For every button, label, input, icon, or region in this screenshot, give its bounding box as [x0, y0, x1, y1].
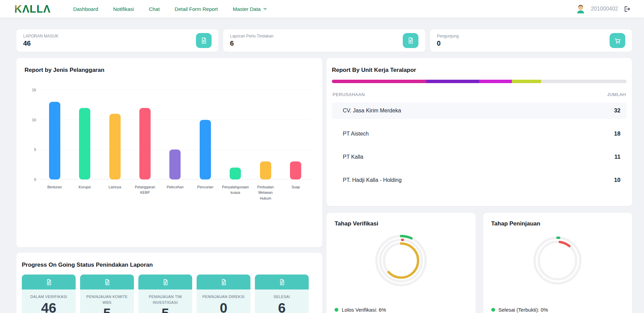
col-jumlah: JUMLAH — [607, 92, 626, 97]
progress-card-header — [255, 275, 309, 289]
y-tick-label: 10 — [26, 118, 36, 122]
y-tick-label: 5 — [26, 147, 36, 152]
company-count: 10 — [614, 177, 620, 184]
bars-row — [40, 90, 311, 179]
document-icon — [403, 33, 418, 48]
stat-value: 0 — [437, 40, 459, 47]
progress-card-label: PENINJAUAN TIM INVESTIGASI — [141, 294, 189, 305]
donut-chart — [372, 231, 430, 290]
nav-notifikasi[interactable]: Notifikasi — [113, 6, 134, 12]
category-label: Korupsi — [70, 184, 99, 201]
stat-label: LAPORAN MASUK — [23, 34, 58, 38]
category-label: Perbuatan Melawan Hukum — [250, 184, 280, 201]
kalla-logo[interactable]: KΛLLΛ — [14, 4, 51, 14]
bar-column — [190, 120, 220, 179]
report-jenis-pelanggaran-card: Report by Jenis Pelanggaran 051015 Bentu… — [16, 58, 322, 247]
bar — [290, 161, 301, 179]
progress-card-body: PENINJAUAN DIREKSI0 — [197, 289, 250, 313]
company-name: PT. Hadji Kalla - Holding — [343, 177, 402, 183]
progress-card-item: SELESAI6 — [255, 275, 309, 313]
bar — [139, 108, 151, 179]
document-icon — [104, 279, 111, 286]
table-row: PT Kalla11 — [332, 149, 627, 165]
bar-column — [100, 114, 130, 179]
logout-icon[interactable] — [623, 5, 630, 13]
category-label: Pelecehan — [160, 184, 190, 201]
col-perusahaan: PERUSAHAAN — [333, 92, 365, 97]
table-row: CV. Jasa Kirim Merdeka32 — [332, 103, 627, 119]
progress-card-value: 0 — [199, 300, 248, 313]
nav-detail-form-report[interactable]: Detail Form Report — [175, 6, 218, 12]
logo-rest: ΛLLΛ — [22, 3, 50, 15]
category-label: Penyalahgunaan kuasa — [220, 184, 250, 201]
legend-item: Selesai (Terbukti): 0% — [491, 307, 624, 313]
nav-chat[interactable]: Chat — [149, 6, 160, 12]
bar — [260, 161, 271, 179]
progress-card-label: DALAM VERIFIKASI — [25, 294, 73, 300]
donut-chart — [528, 231, 587, 290]
stacked-bar-segment — [512, 80, 541, 83]
company-name: PT Aistech — [343, 131, 369, 137]
report-unit-kerja-card: Report By Unit Kerja Teralapor PERUSAHAA… — [326, 58, 632, 206]
progress-cards: DALAM VERIFIKASI46PENINJAUAN KOMITE WBS5… — [22, 275, 317, 313]
progress-card-body: PENINJAUAN TIM INVESTIGASI5 — [138, 289, 192, 313]
user-id: 201000402 — [591, 6, 618, 12]
bar-chart-plot: 051015 — [40, 90, 311, 179]
category-label: Benturan — [40, 184, 70, 201]
progress-card-label: PENINJAUAN KOMITE WBS — [83, 294, 131, 305]
cart-icon — [610, 33, 625, 48]
progress-card-header — [197, 275, 250, 289]
company-count: 11 — [614, 154, 620, 160]
progress-card-header — [138, 275, 192, 289]
document-icon — [220, 279, 227, 286]
legend-label: Selesai (Terbukti): 0% — [499, 307, 548, 313]
progress-card-item: PENINJAUAN KOMITE WBS5 — [80, 275, 134, 313]
bar-column — [160, 150, 190, 179]
stat-value: 46 — [23, 40, 58, 47]
y-tick-label: 0 — [26, 177, 36, 182]
stacked-bar-segment — [479, 80, 511, 83]
company-name: PT Kalla — [343, 154, 363, 160]
bar — [169, 150, 181, 179]
progress-card-body: PENINJAUAN KOMITE WBS5 — [80, 289, 134, 313]
bar — [230, 168, 241, 179]
progress-card-item: DALAM VERIFIKASI46 — [22, 275, 76, 313]
nav-dashboard[interactable]: Dashboard — [73, 6, 98, 12]
logo-letter-k: K — [14, 3, 22, 15]
company-count: 32 — [614, 107, 620, 114]
bar-column — [130, 108, 160, 179]
table-row: PT. Hadji Kalla - Holding10 — [332, 172, 627, 188]
stat-cards-row: LAPORAN MASUK 46 Laporan Perlu Tindakan … — [16, 29, 632, 52]
stacked-bar-segment — [426, 80, 479, 83]
table-header: PERUSAHAAN JUMLAH — [333, 92, 626, 97]
legend-item: Lolos Verifikasi: 6% — [335, 307, 467, 313]
document-icon — [162, 279, 169, 286]
stat-card-laporan-perlu-tindakan: Laporan Perlu Tindakan 6 — [223, 29, 425, 52]
chart-title: Report by Jenis Pelanggaran — [25, 67, 314, 74]
legend-dot — [491, 308, 495, 312]
stat-card-laporan-masuk: LAPORAN MASUK 46 — [16, 29, 218, 52]
legend-dot — [335, 308, 338, 312]
table-row: PT Aistech18 — [332, 126, 627, 142]
stat-value: 6 — [230, 40, 273, 47]
nav-master-data[interactable]: Master Data — [233, 6, 267, 12]
donut-title: Tahap Peninjauan — [491, 220, 624, 227]
avatar[interactable] — [576, 4, 586, 14]
donut-legend: Lolos Verifikasi: 6% — [335, 307, 467, 313]
bar-column — [70, 108, 99, 179]
document-icon — [278, 279, 286, 286]
bar-column — [40, 102, 70, 179]
bar-column — [281, 161, 311, 179]
stacked-bar-segment — [332, 80, 426, 83]
bar-column — [220, 168, 250, 179]
category-label: Lainnya — [100, 184, 130, 201]
navbar: KΛLLΛ Dashboard Notifikasi Chat Detail F… — [0, 0, 644, 18]
progress-card-value: 46 — [25, 300, 73, 313]
bar-chart-labels: BenturanKorupsiLainnyaPelanggaran KEBPPe… — [40, 184, 311, 201]
nav-links: Dashboard Notifikasi Chat Detail Form Re… — [73, 6, 267, 12]
progress-card-label: PENINJAUAN DIREKSI — [199, 294, 248, 300]
progress-status-card: Progress On Going Status Penindakan Lapo… — [16, 253, 322, 313]
progress-card-header — [22, 275, 76, 289]
table-rows: CV. Jasa Kirim Merdeka32PT Aistech18PT K… — [332, 103, 627, 188]
category-label: Pencurian — [190, 184, 220, 201]
